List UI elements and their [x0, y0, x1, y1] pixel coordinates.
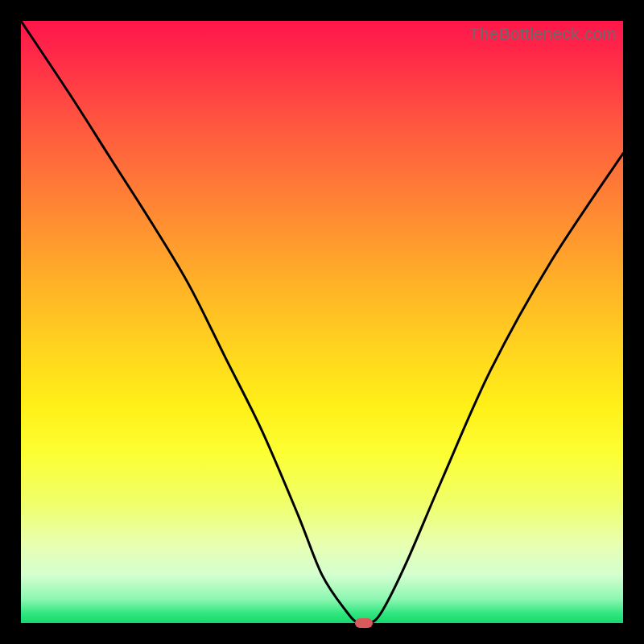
- bottleneck-curve: [21, 21, 623, 623]
- chart-frame: TheBottleneck.com: [0, 0, 644, 644]
- optimal-point-marker: [355, 618, 373, 628]
- curve-path: [21, 21, 623, 623]
- plot-area: TheBottleneck.com: [21, 21, 623, 623]
